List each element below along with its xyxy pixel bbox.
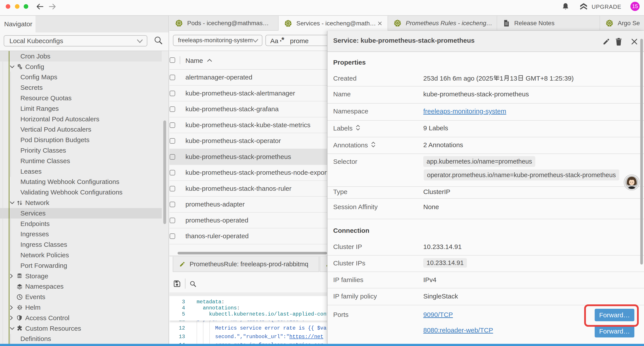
svg-text:HELM: HELM <box>18 307 22 308</box>
